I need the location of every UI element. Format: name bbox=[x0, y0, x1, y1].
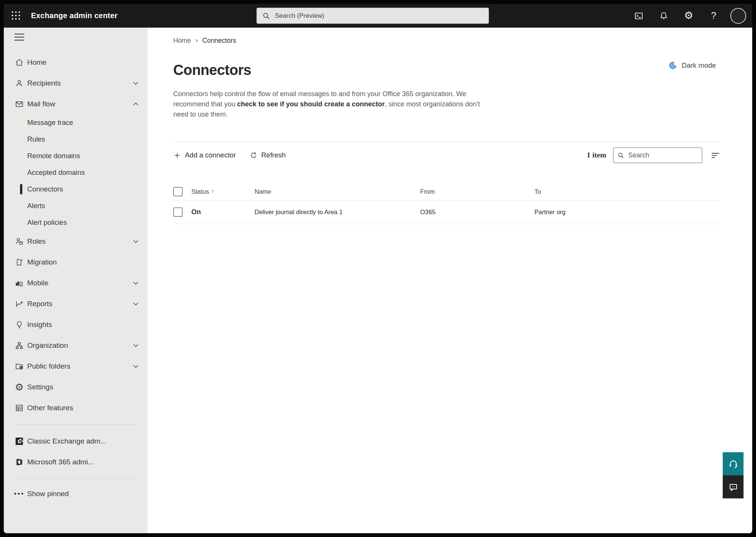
sidebar-item-label: Mobile bbox=[27, 279, 48, 287]
connector-list-region: Add a connector Refresh 1 item bbox=[173, 142, 720, 224]
search-icon bbox=[262, 12, 270, 20]
sidebar-item-organization[interactable]: Organization bbox=[4, 335, 147, 356]
column-header-to[interactable]: To bbox=[534, 188, 541, 195]
list-search-box[interactable] bbox=[613, 148, 702, 163]
sidebar-item-connectors-selected[interactable]: Connectors bbox=[4, 181, 147, 198]
chevron-down-icon bbox=[133, 364, 138, 368]
search-icon bbox=[617, 152, 624, 159]
column-header-from[interactable]: From bbox=[420, 188, 435, 195]
list-search-input[interactable] bbox=[628, 151, 698, 159]
chevron-down-icon bbox=[133, 240, 138, 243]
main-layout: Home Recipients bbox=[4, 28, 752, 533]
sidebar-item-label: Connectors bbox=[27, 185, 63, 193]
row-checkbox[interactable] bbox=[173, 207, 183, 217]
page-description: Connectors help control the flow of emai… bbox=[173, 89, 493, 120]
sort-ascending-icon[interactable]: ↑ bbox=[211, 188, 214, 195]
gear-icon: ⚙ bbox=[14, 382, 24, 392]
floating-help-buttons bbox=[723, 452, 744, 498]
person-icon bbox=[14, 78, 24, 88]
global-search-input[interactable] bbox=[275, 12, 483, 20]
sidebar-item-label: Message trace bbox=[27, 118, 73, 127]
column-header-status[interactable]: Status bbox=[191, 188, 209, 195]
add-connector-button[interactable]: Add a connector bbox=[173, 147, 236, 163]
sidebar-item-remote-domains[interactable]: Remote domains bbox=[4, 148, 147, 164]
breadcrumb-separator-icon: › bbox=[196, 36, 198, 45]
sidebar-item-mail-flow[interactable]: Mail flow bbox=[4, 93, 147, 114]
help-support-button[interactable] bbox=[723, 452, 744, 475]
hamburger-menu-icon[interactable] bbox=[14, 32, 29, 42]
top-bar-icons: ⚙ ? bbox=[630, 4, 746, 28]
sidebar-item-rules[interactable]: Rules bbox=[4, 131, 147, 148]
sidebar-item-migration[interactable]: Migration bbox=[4, 252, 147, 272]
toolbar-right-group: 1 item bbox=[587, 148, 720, 163]
feedback-button[interactable] bbox=[723, 475, 744, 498]
table-row[interactable]: On Deliver journal directly to Area 1 O3… bbox=[173, 201, 720, 224]
sidebar-item-message-trace[interactable]: Message trace bbox=[4, 114, 147, 131]
mail-icon bbox=[14, 99, 24, 109]
sidebar-item-label: Classic Exchange adm... bbox=[27, 437, 106, 445]
sidebar-item-other-features[interactable]: Other features bbox=[4, 397, 147, 418]
sidebar-item-roles[interactable]: Roles bbox=[4, 231, 147, 252]
plus-icon bbox=[173, 151, 181, 159]
sidebar-item-label: Reports bbox=[27, 300, 53, 308]
sidebar-item-alert-policies[interactable]: Alert policies bbox=[4, 214, 147, 231]
notifications-bell-icon[interactable] bbox=[655, 8, 672, 24]
sidebar-item-label: Alert policies bbox=[27, 218, 67, 227]
chevron-down-icon bbox=[133, 281, 138, 285]
settings-gear-icon[interactable]: ⚙ bbox=[680, 8, 697, 24]
column-header-name[interactable]: Name bbox=[255, 188, 271, 195]
sidebar-item-settings[interactable]: ⚙ Settings bbox=[4, 377, 147, 397]
microsoft-365-logo-icon bbox=[14, 457, 24, 467]
row-from: O365 bbox=[420, 209, 435, 215]
sidebar-nav: Home Recipients bbox=[4, 28, 147, 533]
sidebar-item-accepted-domains[interactable]: Accepted domains bbox=[4, 164, 147, 181]
sidebar-item-public-folders[interactable]: Public folders bbox=[4, 356, 147, 377]
page-title: Connectors bbox=[173, 62, 752, 78]
sidebar-item-classic-exchange[interactable]: E Classic Exchange adm... bbox=[4, 431, 147, 451]
chevron-down-icon bbox=[133, 344, 138, 347]
account-avatar[interactable] bbox=[730, 8, 746, 24]
reports-chart-icon bbox=[14, 299, 24, 309]
breadcrumb-home-link[interactable]: Home bbox=[173, 37, 191, 45]
public-folder-globe-icon bbox=[14, 361, 24, 371]
powershell-terminal-icon[interactable] bbox=[630, 8, 647, 24]
sidebar-item-show-pinned[interactable]: ••• Show pinned bbox=[4, 485, 147, 503]
sidebar-item-microsoft-365-admin[interactable]: Microsoft 365 admi... bbox=[4, 451, 147, 472]
dark-mode-label: Dark mode bbox=[682, 61, 716, 70]
table-grid-icon bbox=[14, 403, 24, 413]
sidebar-item-recipients[interactable]: Recipients bbox=[4, 73, 147, 93]
person-roles-icon bbox=[14, 237, 24, 246]
row-name: Deliver journal directly to Area 1 bbox=[255, 209, 343, 215]
exchange-admin-center-window: Exchange admin center bbox=[4, 4, 752, 533]
global-search-box[interactable] bbox=[256, 8, 489, 24]
dark-mode-toggle[interactable]: Dark mode bbox=[668, 61, 716, 70]
sidebar-item-insights[interactable]: Insights bbox=[4, 314, 147, 335]
content-area: Home › Connectors Dark mode Connectors C… bbox=[147, 28, 752, 533]
sidebar-item-label: Alerts bbox=[27, 202, 45, 210]
refresh-button[interactable]: Refresh bbox=[250, 147, 286, 163]
sidebar-item-label: Other features bbox=[27, 404, 73, 412]
sidebar-item-label: Rules bbox=[27, 135, 45, 143]
row-to: Partner org bbox=[534, 209, 566, 215]
description-link[interactable]: check to see if you should create a conn… bbox=[237, 100, 385, 108]
sidebar-item-reports[interactable]: Reports bbox=[4, 293, 147, 314]
lightbulb-icon bbox=[14, 320, 24, 330]
app-launcher-waffle-icon[interactable] bbox=[7, 7, 25, 25]
sidebar-item-label: Recipients bbox=[27, 79, 61, 87]
list-toolbar: Add a connector Refresh 1 item bbox=[173, 142, 720, 168]
sidebar-item-alerts[interactable]: Alerts bbox=[4, 198, 147, 214]
sidebar-item-mobile[interactable]: Mobile bbox=[4, 272, 147, 293]
sidebar-divider bbox=[14, 478, 137, 479]
sidebar-item-label: Show pinned bbox=[27, 490, 69, 498]
help-icon[interactable]: ? bbox=[705, 8, 722, 24]
sidebar-item-label: Settings bbox=[27, 383, 53, 391]
filter-icon[interactable] bbox=[711, 151, 720, 159]
item-count: 1 item bbox=[587, 151, 606, 159]
sidebar-item-home[interactable]: Home bbox=[4, 52, 147, 73]
selected-indicator bbox=[20, 184, 22, 195]
select-all-checkbox[interactable] bbox=[173, 187, 183, 196]
add-connector-label: Add a connector bbox=[185, 151, 236, 159]
top-bar: Exchange admin center bbox=[4, 4, 752, 28]
mobile-device-icon bbox=[14, 278, 24, 288]
sidebar-item-label: Insights bbox=[27, 321, 52, 329]
